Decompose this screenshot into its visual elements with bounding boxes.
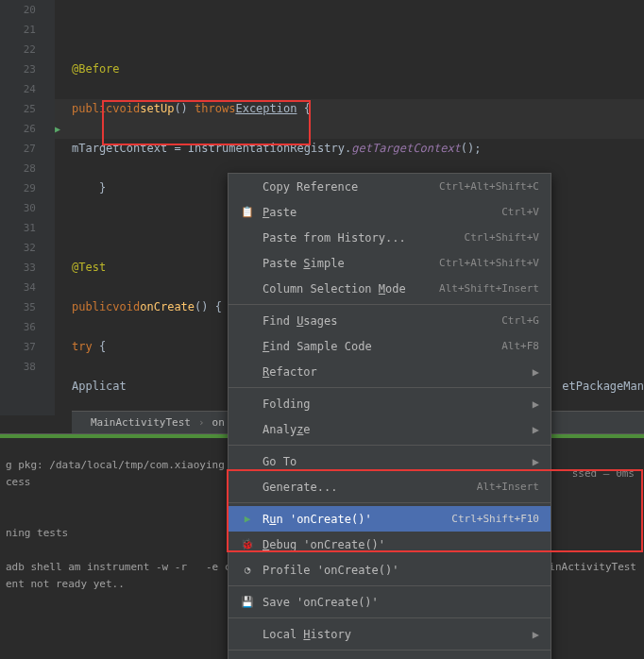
- debug-icon: 🐞: [240, 537, 255, 552]
- shortcut: Ctrl+G: [501, 314, 539, 327]
- line-number: 32: [0, 238, 55, 258]
- chevron-right-icon: ›: [198, 416, 205, 429]
- menu-item-compare-with-clipboard[interactable]: ⇄Compare with Clipboard: [229, 653, 551, 659]
- menu-item-folding[interactable]: Folding▶: [229, 391, 551, 416]
- shortcut: Ctrl+Shift+V: [465, 231, 539, 244]
- line-number: 29: [0, 178, 55, 198]
- menu-item-copy-reference[interactable]: Copy ReferenceCtrl+Alt+Shift+C: [229, 174, 551, 199]
- chevron-right-icon: ▶: [533, 628, 539, 641]
- blank-icon: [240, 397, 255, 412]
- line-number: 37: [0, 337, 55, 357]
- blank-icon: [240, 313, 255, 329]
- run-gutter: ▶: [55, 0, 72, 415]
- annotation: @Test: [72, 258, 106, 278]
- paste-icon: 📋: [240, 205, 255, 220]
- menu-item-local-history[interactable]: Local History▶: [229, 621, 551, 647]
- menu-item-save-oncreate-[interactable]: 💾Save 'onCreate()': [229, 589, 551, 615]
- line-number: 25: [0, 99, 55, 119]
- blank-icon: [240, 454, 255, 469]
- line-number: 35: [0, 297, 55, 317]
- test-status: ssed – 0ms: [572, 467, 635, 480]
- menu-item-profile-oncreate-[interactable]: ◔Profile 'onCreate()': [229, 557, 551, 583]
- blank-icon: [240, 256, 255, 271]
- blank-icon: [240, 480, 255, 495]
- shortcut: Alt+F8: [501, 340, 539, 352]
- line-number: 34: [0, 278, 55, 297]
- breadcrumb-item[interactable]: on: [212, 416, 225, 429]
- menu-item-paste-from-history-[interactable]: Paste from History...Ctrl+Shift+V: [229, 225, 551, 250]
- line-number: 33: [0, 258, 55, 278]
- shortcut: Ctrl+Shift+F10: [451, 513, 539, 525]
- shortcut: Ctrl+Alt+Shift+C: [439, 180, 539, 193]
- annotation: @Before: [72, 59, 120, 79]
- menu-item-analyze[interactable]: Analyze▶: [229, 416, 551, 442]
- save-icon: 💾: [240, 595, 255, 610]
- menu-item-go-to[interactable]: Go To▶: [229, 448, 551, 474]
- menu-item-find-usages[interactable]: Find UsagesCtrl+G: [229, 308, 551, 333]
- blank-icon: [240, 364, 255, 380]
- shortcut: Ctrl+V: [501, 206, 539, 218]
- line-number: 30: [0, 198, 55, 218]
- line-number: 26: [0, 119, 55, 139]
- breadcrumb-item[interactable]: MainActivityTest: [91, 416, 191, 429]
- context-menu: Copy ReferenceCtrl+Alt+Shift+C📋PasteCtrl…: [228, 173, 551, 659]
- menu-item-generate-[interactable]: Generate...Alt+Insert: [229, 474, 551, 499]
- menu-item-find-sample-code[interactable]: Find Sample CodeAlt+F8: [229, 333, 551, 359]
- shortcut: Ctrl+Alt+Shift+V: [439, 257, 539, 269]
- blank-icon: [240, 422, 255, 437]
- shortcut: Alt+Insert: [477, 481, 539, 493]
- line-number: 27: [0, 139, 55, 159]
- chevron-right-icon: ▶: [533, 365, 539, 379]
- menu-item-paste[interactable]: 📋PasteCtrl+V: [229, 199, 551, 225]
- chevron-right-icon: ▶: [533, 397, 539, 411]
- menu-item-column-selection-mode[interactable]: Column Selection ModeAlt+Shift+Insert: [229, 276, 551, 301]
- chevron-right-icon: ▶: [533, 423, 539, 436]
- blank-icon: [240, 627, 255, 642]
- line-number: 36: [0, 317, 55, 337]
- line-number: 23: [0, 59, 55, 79]
- shortcut: Alt+Shift+Insert: [439, 282, 539, 295]
- line-number: 20: [0, 0, 55, 20]
- blank-icon: [240, 179, 255, 194]
- blank-icon: [240, 230, 255, 245]
- menu-item-run-oncreate-[interactable]: ▶Run 'onCreate()'Ctrl+Shift+F10: [229, 506, 551, 532]
- menu-item-paste-simple[interactable]: Paste SimpleCtrl+Alt+Shift+V: [229, 250, 551, 276]
- line-number: 22: [0, 40, 55, 59]
- line-number: 28: [0, 159, 55, 178]
- gutter: 20 21 22 23 24 25 26 27 28 29 30 31 32 3…: [0, 0, 55, 415]
- blank-icon: [240, 339, 255, 354]
- run-icon: ▶: [240, 512, 255, 527]
- run-icon[interactable]: ▶: [55, 124, 60, 134]
- chevron-right-icon: ▶: [533, 455, 539, 468]
- line-number: 31: [0, 218, 55, 238]
- line-number: 24: [0, 79, 55, 99]
- line-number: 38: [0, 357, 55, 377]
- profile-icon: ◔: [240, 563, 255, 578]
- menu-item-debug-oncreate-[interactable]: 🐞Debug 'onCreate()': [229, 532, 551, 557]
- blank-icon: [240, 281, 255, 296]
- line-number: 21: [0, 20, 55, 40]
- menu-item-refactor[interactable]: Refactor▶: [229, 359, 551, 384]
